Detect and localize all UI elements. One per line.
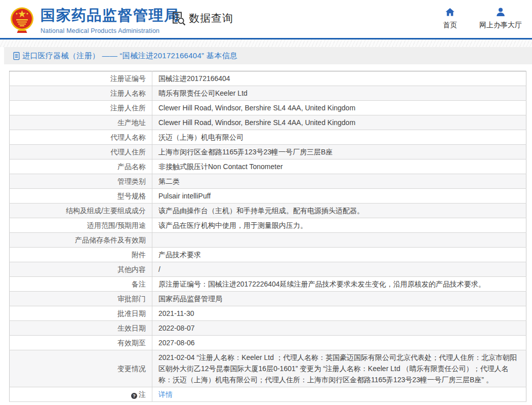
row-value: 该产品在医疗机构中使用，用于测量眼内压力。 (152, 218, 526, 233)
row-label: 备注 (10, 277, 152, 292)
table-row: 备注原注册证编号：国械注进20172226404延续注册产品技术要求未发生变化，… (10, 277, 526, 292)
row-label: 生效日期 (10, 321, 152, 336)
table-row: 管理类别第二类 (10, 174, 526, 189)
row-value: 国械注进20172166404 (152, 71, 526, 86)
row-label: 结构及组成/主要组成成分 (10, 204, 152, 218)
row-value: Clewer Hill Road, Windsor, Bershire SL4 … (152, 101, 526, 115)
row-label: 批准日期 (10, 306, 152, 321)
row-label: 其他内容 (10, 262, 152, 277)
row-value: 详情 (152, 387, 526, 402)
row-value: 2021-02-04 “注册人名称：Keeler Ltd ；代理人名称：英国豪迈… (152, 350, 526, 387)
breadcrumb-text: 进口医疗器械（注册） —— “国械注进20172166404” 基本信息 (22, 51, 237, 61)
row-label: 型号规格 (10, 189, 152, 204)
site-title: 国家药品监督管理局 (40, 6, 180, 26)
table-row: 适用范围/预期用途该产品在医疗机构中使用，用于测量眼内压力。 (10, 218, 526, 233)
table-row: 审批部门国家药品监督管理局 (10, 292, 526, 306)
table-row: 型号规格Pulsair intelliPuff (10, 189, 526, 204)
table-row: 有效期至2027-08-06 (10, 336, 526, 350)
row-label: 变更情况 (10, 350, 152, 387)
row-value: 该产品由操作台（主机）和手持单元组成。配有电源插头适配器。 (152, 204, 526, 218)
table-row: 注册人住所Clewer Hill Road, Windsor, Bershire… (10, 101, 526, 115)
table-row: 其他内容/ (10, 262, 526, 277)
document-icon (13, 52, 20, 60)
row-value: Clewer Hill Road, Windsor, Bershire SL4 … (152, 115, 526, 130)
row-value (152, 233, 526, 248)
row-value: 产品技术要求 (152, 248, 526, 262)
service-hall-link[interactable]: 网上办事大厅 (479, 7, 522, 30)
row-label: 注册人名称 (10, 86, 152, 101)
note-icon: ? (131, 393, 137, 399)
row-label: 注册证编号 (10, 71, 152, 86)
national-emblem-logo (10, 7, 34, 34)
table-row: 批准日期2021-11-30 (10, 306, 526, 321)
table-row: 代理人住所上海市闵行区金都路1165弄123号23幢一号厂房三层B座 (10, 145, 526, 159)
row-label: 代理人住所 (10, 145, 152, 159)
row-value: 上海市闵行区金都路1165弄123号23幢一号厂房三层B座 (152, 145, 526, 159)
row-value: 沃迈（上海）机电有限公司 (152, 130, 526, 145)
data-query-icon (171, 11, 186, 26)
data-query-label: 数据查询 (189, 11, 233, 25)
row-value: / (152, 262, 526, 277)
row-label: 代理人名称 (10, 130, 152, 145)
data-query-nav[interactable]: 数据查询 (171, 11, 233, 26)
row-label: 附件 (10, 248, 152, 262)
table-row: 产品名称非接触式眼压计Non Contact Tonometer (10, 159, 526, 174)
table-row: 生产地址Clewer Hill Road, Windsor, Bershire … (10, 115, 526, 130)
row-label: 管理类别 (10, 174, 152, 189)
home-icon (444, 7, 456, 18)
row-value: 原注册证编号：国械注进20172226404延续注册产品技术要求未发生变化，沿用… (152, 277, 526, 292)
top-links: 首页 网上办事大厅 (443, 7, 522, 30)
row-value: 2021-11-30 (152, 306, 526, 321)
row-label: 有效期至 (10, 336, 152, 350)
user-icon (495, 7, 506, 18)
home-link[interactable]: 首页 (443, 7, 457, 30)
table-row: 结构及组成/主要组成成分该产品由操作台（主机）和手持单元组成。配有电源插头适配器… (10, 204, 526, 218)
row-label: 产品储存条件及有效期 (10, 233, 152, 248)
row-value: 非接触式眼压计Non Contact Tonometer (152, 159, 526, 174)
registration-info-table: 注册证编号国械注进20172166404注册人名称睛乐有限责任公司Keeler … (9, 71, 526, 402)
row-value: Pulsair intelliPuff (152, 189, 526, 204)
detail-link[interactable]: 详情 (158, 390, 173, 398)
divider-stripes (0, 39, 532, 47)
row-label: 审批部门 (10, 292, 152, 306)
row-value: 睛乐有限责任公司Keeler Ltd (152, 86, 526, 101)
table-row: 注册证编号国械注进20172166404 (10, 71, 526, 86)
home-label: 首页 (443, 21, 457, 30)
table-row: 产品储存条件及有效期 (10, 233, 526, 248)
row-label: 生产地址 (10, 115, 152, 130)
row-label: 注册人住所 (10, 101, 152, 115)
header: 国家药品监督管理局 National Medical Products Admi… (0, 0, 532, 39)
service-hall-label: 网上办事大厅 (479, 21, 522, 30)
table-row: 生效日期2022-08-07 (10, 321, 526, 336)
row-label: 产品名称 (10, 159, 152, 174)
row-label: ?注 (10, 387, 152, 402)
brand: 国家药品监督管理局 National Medical Products Admi… (10, 6, 180, 34)
row-label: 适用范围/预期用途 (10, 218, 152, 233)
brand-text: 国家药品监督管理局 National Medical Products Admi… (40, 6, 180, 34)
site-subtitle: National Medical Products Administration (40, 27, 180, 34)
table-row: 附件产品技术要求 (10, 248, 526, 262)
breadcrumb: 进口医疗器械（注册） —— “国械注进20172166404” 基本信息 (4, 47, 532, 64)
table-row: ?注详情 (10, 387, 526, 402)
row-value: 2027-08-06 (152, 336, 526, 350)
table-row: 变更情况2021-02-04 “注册人名称：Keeler Ltd ；代理人名称：… (10, 350, 526, 387)
row-value: 2022-08-07 (152, 321, 526, 336)
table-row: 代理人名称沃迈（上海）机电有限公司 (10, 130, 526, 145)
row-value: 国家药品监督管理局 (152, 292, 526, 306)
table-row: 注册人名称睛乐有限责任公司Keeler Ltd (10, 86, 526, 101)
row-value: 第二类 (152, 174, 526, 189)
registration-info: 注册证编号国械注进20172166404注册人名称睛乐有限责任公司Keeler … (9, 71, 526, 402)
